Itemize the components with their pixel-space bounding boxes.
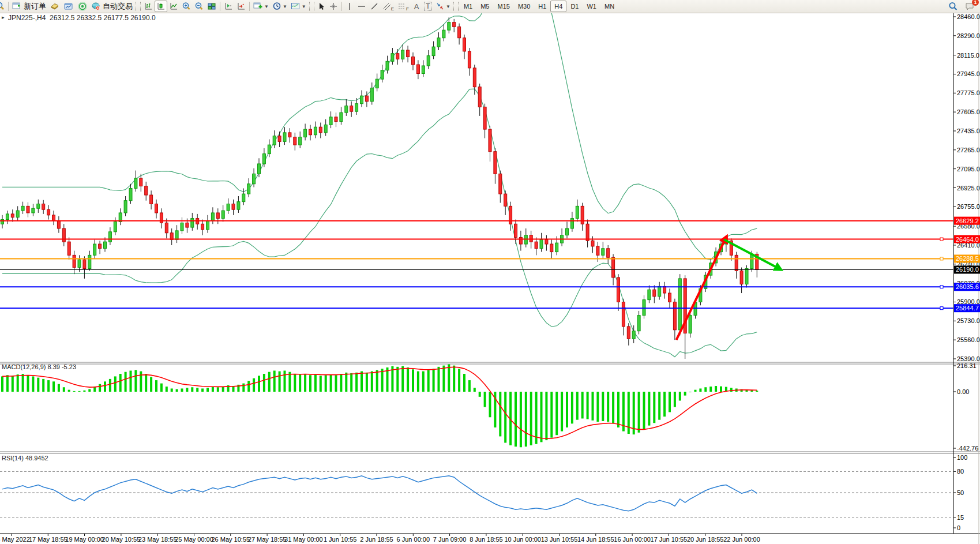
cursor-button[interactable]	[316, 1, 327, 12]
tile-windows-button[interactable]	[205, 1, 218, 12]
new-order-button[interactable]: 新订单	[10, 1, 48, 12]
chart-shift-icon	[224, 2, 233, 11]
vertical-line-button[interactable]	[344, 1, 355, 12]
svg-text:27435.0: 27435.0	[957, 127, 980, 134]
svg-text:20 Jun 18:55: 20 Jun 18:55	[687, 536, 724, 543]
search-button[interactable]	[947, 1, 960, 12]
toolbar-grip[interactable]	[136, 2, 141, 11]
chart-window-button[interactable]	[62, 1, 76, 12]
toolbar-grip[interactable]	[453, 2, 459, 11]
tab-timeframe-w1[interactable]: W1	[583, 1, 600, 12]
signal-icon	[77, 2, 88, 11]
svg-text:25844.7: 25844.7	[956, 305, 979, 312]
market-watch-button[interactable]	[48, 1, 62, 12]
svg-text:28460.0: 28460.0	[957, 13, 980, 20]
tab-timeframe-m5[interactable]: M5	[476, 1, 493, 12]
zoom-out-button[interactable]	[193, 1, 205, 12]
timeframe-toolbar: M1M5M15M30H1H4D1W1MN	[460, 1, 618, 12]
chart-canvas[interactable]: 28460.028290.028115.027945.027775.027605…	[0, 13, 980, 544]
crosshair-button[interactable]	[327, 1, 340, 12]
horizontal-line-icon	[357, 2, 366, 11]
svg-text:25390.0: 25390.0	[957, 355, 980, 362]
equidistant-channel-button[interactable]: E	[381, 1, 396, 12]
channel-icon	[382, 2, 391, 11]
dropdown-arrow-icon: ▼	[446, 4, 450, 9]
tab-timeframe-mn[interactable]: MN	[600, 1, 618, 12]
periods-button[interactable]: ▼	[271, 1, 289, 12]
tab-timeframe-m30[interactable]: M30	[514, 1, 534, 12]
zoom-out-icon	[194, 2, 204, 11]
chart-shift-button[interactable]	[222, 1, 235, 12]
arrows-button[interactable]: ▼	[434, 1, 452, 12]
svg-text:26464.0: 26464.0	[956, 236, 979, 243]
bar-chart-button[interactable]	[142, 1, 155, 12]
trendline-button[interactable]	[368, 1, 381, 12]
fibonacci-button[interactable]: F	[396, 1, 411, 12]
svg-text:27605.0: 27605.0	[957, 108, 980, 115]
svg-text:7 Jun 09:00: 7 Jun 09:00	[433, 536, 467, 543]
horizontal-line-button[interactable]	[355, 1, 368, 12]
tab-timeframe-m1[interactable]: M1	[460, 1, 476, 12]
macd-indicator-label: MACD(12,26,9) 8.39 -5.23	[2, 363, 76, 370]
clock-icon	[272, 2, 281, 11]
templates-button[interactable]: ▼	[289, 1, 308, 12]
vertical-line-icon	[346, 2, 353, 11]
toolbar-grip[interactable]	[309, 2, 314, 11]
svg-text:15: 15	[957, 514, 964, 521]
line-chart-icon	[169, 2, 178, 11]
tile-windows-icon	[207, 2, 216, 11]
indicators-icon	[253, 2, 263, 11]
svg-text:16 Jun 00:00: 16 Jun 00:00	[614, 536, 651, 543]
svg-text:16 May 2022: 16 May 2022	[0, 536, 30, 543]
svg-text:14 Jun 18:55: 14 Jun 18:55	[577, 536, 614, 543]
signal-button[interactable]	[76, 1, 89, 12]
tab-timeframe-d1[interactable]: D1	[566, 1, 583, 12]
channel-glyph: E	[391, 6, 394, 12]
text-icon: A	[414, 2, 419, 11]
text-button[interactable]: A	[411, 1, 422, 12]
svg-text:0: 0	[957, 524, 960, 531]
svg-text:25730.0: 25730.0	[957, 317, 980, 324]
svg-text:26629.2: 26629.2	[956, 217, 979, 224]
dropdown-arrow-icon: ▼	[302, 4, 306, 9]
book-icon	[50, 2, 60, 11]
auto-scroll-icon	[236, 2, 246, 11]
tab-timeframe-h4[interactable]: H4	[550, 1, 566, 12]
zoom-in-button[interactable]	[180, 1, 193, 12]
svg-text:27945.0: 27945.0	[957, 70, 980, 77]
svg-text:27095.0: 27095.0	[957, 166, 980, 172]
dropdown-arrow-icon: ▼	[264, 4, 269, 9]
one-click-trading-toggle[interactable]: ▸	[2, 14, 5, 20]
autotrade-button[interactable]: 自动交易	[89, 1, 134, 12]
cursor-icon	[317, 2, 325, 11]
svg-text:26190.0: 26190.0	[956, 266, 979, 273]
chart-symbol-period: JPN225-,H4	[8, 14, 46, 22]
mt4-window: 新订单 自动交易	[0, 0, 980, 544]
notifications-button[interactable]: 1	[963, 1, 977, 12]
svg-text:13 Jun 10:55: 13 Jun 10:55	[541, 536, 578, 543]
svg-text:27265.0: 27265.0	[957, 147, 980, 153]
svg-text:50: 50	[957, 489, 964, 496]
indicators-button[interactable]: ▼	[251, 1, 271, 12]
auto-scroll-button[interactable]	[235, 1, 247, 12]
svg-text:26 May 10:55: 26 May 10:55	[211, 536, 250, 543]
candlestick-chart-button[interactable]	[155, 1, 167, 12]
svg-text:17 Jun 10:55: 17 Jun 10:55	[651, 536, 688, 543]
svg-text:6 Jun 00:00: 6 Jun 00:00	[397, 536, 430, 543]
svg-text:23 May 18:55: 23 May 18:55	[138, 536, 177, 543]
candlestick-chart-icon	[156, 2, 166, 11]
tab-timeframe-m15[interactable]: M15	[493, 1, 513, 12]
svg-text:26035.6: 26035.6	[956, 283, 979, 290]
line-chart-button[interactable]	[167, 1, 180, 12]
trendline-icon	[370, 2, 379, 11]
svg-text:17 May 18:55: 17 May 18:55	[29, 536, 67, 543]
svg-text:10 Jun 00:00: 10 Jun 00:00	[504, 536, 541, 543]
svg-text:28290.0: 28290.0	[957, 32, 980, 39]
svg-text:1 Jun 10:55: 1 Jun 10:55	[324, 536, 357, 543]
svg-text:27 May 18:55: 27 May 18:55	[248, 536, 287, 543]
text-label-button[interactable]: T	[422, 1, 434, 12]
svg-text:27775.0: 27775.0	[957, 89, 980, 96]
tab-timeframe-h1[interactable]: H1	[534, 1, 550, 12]
clipped-magnifier-icon[interactable]	[0, 1, 6, 12]
search-icon	[948, 2, 958, 12]
